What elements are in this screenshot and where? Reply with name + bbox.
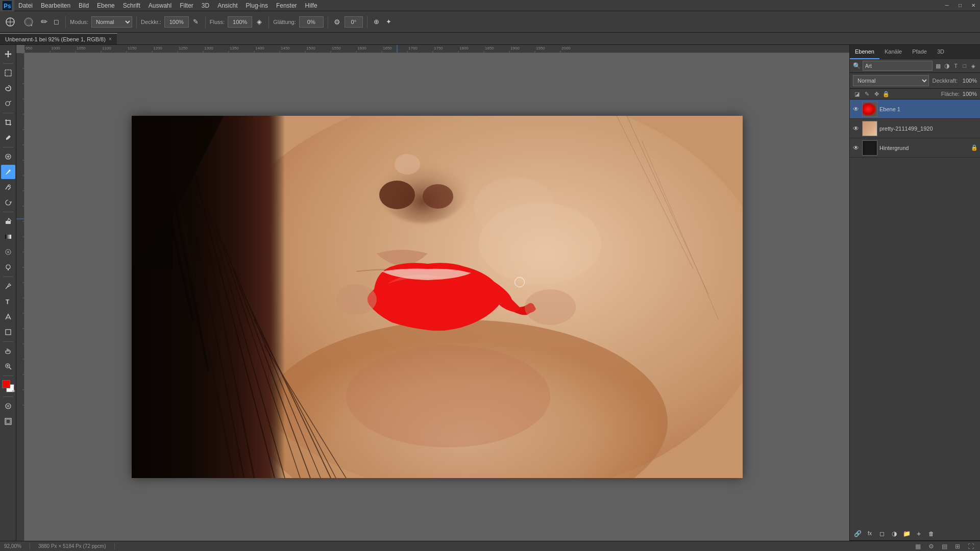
dodge-tool[interactable] [1, 260, 15, 274]
angle-input[interactable] [345, 16, 363, 28]
menu-bearbeiten[interactable]: Bearbeiten [37, 0, 75, 11]
menu-datei[interactable]: Datei [14, 0, 37, 11]
glaettung-input[interactable] [299, 16, 324, 28]
screen-mode-icon[interactable] [1, 414, 15, 429]
svg-text:1050: 1050 [77, 46, 86, 51]
left-toolbar-sep-1 [3, 63, 13, 64]
layer-visibility-toggle[interactable]: 👁 [852, 105, 860, 113]
menu-auswahl[interactable]: Auswahl [144, 0, 176, 11]
panel-tab-pfade[interactable]: Pfade [907, 45, 932, 59]
eraser-tool[interactable] [1, 214, 15, 229]
layer-item[interactable]: 👁 Hintergrund 🔒 [850, 138, 980, 158]
group-layers-icon[interactable]: 📁 [901, 528, 912, 539]
lasso-tool[interactable] [1, 81, 15, 95]
quick-mask-icon[interactable] [1, 399, 15, 413]
layer-visibility-toggle[interactable]: 👁 [852, 144, 860, 152]
svg-rect-8 [5, 70, 11, 76]
lock-image-icon[interactable]: ✎ [863, 90, 871, 98]
eyedropper-tool[interactable] [1, 131, 15, 145]
filter-pixel-icon[interactable]: ▦ [935, 61, 941, 71]
healing-brush-tool[interactable] [1, 149, 15, 164]
add-mask-icon[interactable]: ◻ [876, 528, 888, 539]
menu-3d[interactable]: 3D [198, 0, 213, 11]
deckkraft-pen-icon[interactable]: ✎ [191, 17, 201, 27]
gradient-tool[interactable] [1, 230, 15, 244]
deckkraft-input[interactable] [164, 16, 189, 28]
erase-mode-icon[interactable]: ◻ [51, 17, 61, 27]
path-selection-tool[interactable] [1, 310, 15, 324]
filter-adjust-icon[interactable]: ◑ [943, 61, 950, 71]
canvas-document[interactable] [132, 116, 743, 478]
new-layer-icon[interactable]: + [913, 528, 924, 539]
canvas-document-container [24, 53, 849, 541]
pen-tool[interactable] [1, 279, 15, 293]
modus-dropdown[interactable]: Normal [91, 16, 132, 28]
brush-tool-icon[interactable] [2, 14, 18, 30]
history-brush-tool[interactable] [1, 195, 15, 210]
hand-tool[interactable] [1, 344, 15, 358]
settings-icon[interactable]: ⚙ [332, 17, 342, 27]
modus-label: Modus: [70, 19, 88, 25]
layer-item[interactable]: 👁 Ebene 1 [850, 99, 980, 119]
blend-mode-dropdown[interactable]: Normal [853, 75, 929, 86]
panel-tab-kanaele[interactable]: Kanäle [879, 45, 907, 59]
flow-input[interactable] [228, 16, 252, 28]
status-fullscreen-icon[interactable]: ⛶ [966, 541, 976, 552]
status-separator [30, 543, 30, 549]
airbrush-icon[interactable]: ◈ [254, 17, 264, 27]
window-minimize-button[interactable]: ─ [940, 0, 953, 11]
window-maximize-button[interactable]: □ [953, 0, 967, 11]
status-panel-icon[interactable]: ▤ [939, 541, 949, 552]
status-settings-icon[interactable]: ⚙ [926, 541, 936, 552]
menu-ansicht[interactable]: Ansicht [213, 0, 241, 11]
shape-tool[interactable] [1, 325, 15, 339]
document-tab[interactable]: Unbenannt-1 bei 92% (Ebene 1, RGB/8) × [0, 33, 117, 44]
add-layer-style-icon[interactable]: fx [864, 528, 875, 539]
crop-tool[interactable] [1, 115, 15, 130]
brush-tool[interactable] [1, 165, 15, 179]
window-close-button[interactable]: ✕ [967, 0, 980, 11]
delete-layer-icon[interactable]: 🗑 [925, 528, 937, 539]
svg-point-127 [525, 289, 576, 325]
layer-visibility-toggle[interactable]: 👁 [852, 124, 860, 133]
extra-brush-icon[interactable]: ✦ [384, 17, 394, 27]
svg-line-26 [9, 367, 11, 369]
panel-tab-ebenen[interactable]: Ebenen [850, 45, 879, 59]
status-separator-2 [114, 543, 115, 549]
layer-search-input[interactable] [863, 61, 933, 71]
svg-text:T: T [6, 298, 10, 305]
lock-position-icon[interactable]: ✥ [872, 90, 880, 98]
menu-schrift[interactable]: Schrift [119, 0, 144, 11]
menu-plugins[interactable]: Plug-ins [242, 0, 272, 11]
brush-preset-button[interactable]: ▾ [20, 14, 37, 30]
filter-smart-icon[interactable]: ◈ [970, 61, 977, 71]
menu-bild[interactable]: Bild [75, 0, 93, 11]
filter-type-icon[interactable]: T [952, 61, 959, 71]
lock-all-icon[interactable]: 🔒 [882, 90, 890, 98]
zoom-tool[interactable] [1, 359, 15, 373]
clone-stamp-tool[interactable] [1, 180, 15, 194]
panel-tab-3d[interactable]: 3D [932, 45, 949, 59]
layer-fill-row: ◪ ✎ ✥ 🔒 Fläche: 100% [850, 89, 980, 99]
menu-fenster[interactable]: Fenster [272, 0, 301, 11]
type-tool[interactable]: T [1, 294, 15, 309]
blur-tool[interactable] [1, 245, 15, 259]
tab-close-button[interactable]: × [109, 36, 112, 42]
color-swatches[interactable]: ⇄ [1, 379, 15, 393]
rectangular-marquee-tool[interactable] [1, 66, 15, 80]
brush-mode-icon[interactable]: ✏ [39, 17, 49, 27]
quick-selection-tool[interactable] [1, 96, 15, 111]
menu-ebene[interactable]: Ebene [93, 0, 119, 11]
link-layers-icon[interactable]: 🔗 [852, 528, 863, 539]
zoom-level[interactable]: 92,00% [4, 543, 21, 549]
status-grid-icon[interactable]: ▦ [913, 541, 923, 552]
symmetry-icon[interactable]: ⊕ [372, 17, 382, 27]
status-arrange-icon[interactable]: ⊞ [952, 541, 963, 552]
move-tool[interactable] [1, 47, 15, 61]
menu-filter[interactable]: Filter [176, 0, 198, 11]
layer-item[interactable]: 👁 pretty-2111499_1920 [850, 119, 980, 138]
lock-transparent-icon[interactable]: ◪ [853, 90, 861, 98]
filter-shape-icon[interactable]: □ [961, 61, 968, 71]
adjustment-layer-icon[interactable]: ◑ [889, 528, 900, 539]
menu-hilfe[interactable]: Hilfe [301, 0, 322, 11]
